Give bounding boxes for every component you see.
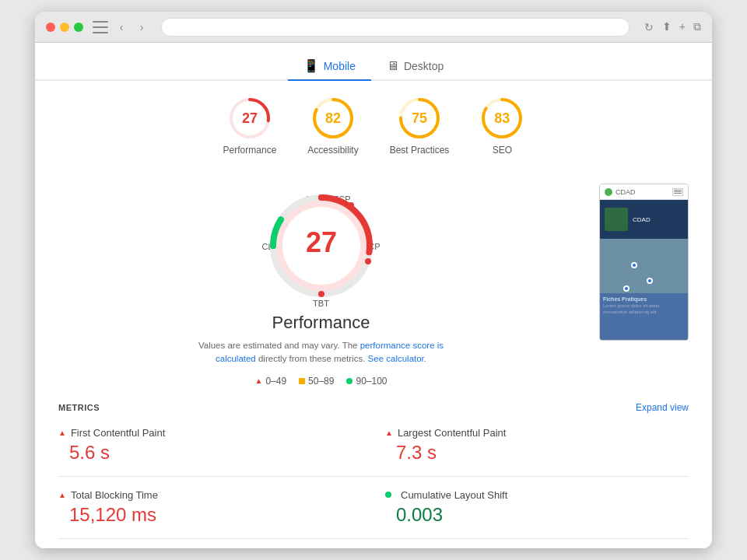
minimize-button[interactable]	[60, 23, 69, 32]
performance-label: Performance	[223, 145, 277, 156]
screenshot-header-area: CDAD	[600, 200, 688, 239]
favicon-icon	[605, 188, 612, 196]
svg-text:27: 27	[305, 226, 336, 258]
traffic-lights	[46, 23, 83, 32]
svg-point-12	[318, 194, 324, 201]
performance-section: SI FCP CLS LCP TBT	[35, 168, 712, 402]
browser-actions: ⬆ + ⧉	[662, 20, 701, 33]
legend-fail-label: 0–49	[265, 376, 286, 387]
gauge-container: SI FCP CLS LCP TBT	[259, 184, 384, 308]
calculator-link[interactable]: See calculator.	[368, 354, 426, 363]
score-circle-accessibility: 82	[311, 96, 355, 140]
metrics-header: METRICS Expand view	[58, 402, 689, 416]
screenshot-footer: Fiches Pratiques Lorem ipsum dolor sit a…	[600, 293, 688, 340]
tab-desktop-label: Desktop	[404, 60, 444, 72]
forward-button[interactable]: ›	[135, 20, 149, 34]
gauge-svg: 27	[259, 184, 384, 308]
best-practices-score: 75	[412, 110, 427, 127]
svg-point-13	[348, 202, 354, 208]
mobile-icon: 📱	[303, 58, 319, 73]
ss-footer-title: Fiches Pratiques	[603, 296, 685, 302]
reload-button[interactable]: ↻	[642, 20, 656, 34]
map-dot-1	[631, 262, 637, 268]
score-best-practices[interactable]: 75 Best Practices	[390, 96, 450, 156]
metric-lcp-name: Largest Contentful Paint	[398, 427, 506, 439]
metric-cls-name: Cumulative Layout Shift	[401, 489, 507, 501]
back-button[interactable]: ‹	[114, 20, 128, 34]
tab-mobile-label: Mobile	[324, 60, 356, 72]
svg-point-16	[318, 291, 324, 297]
accessibility-label: Accessibility	[307, 145, 358, 156]
tab-desktop[interactable]: 🖥 Desktop	[371, 52, 459, 81]
metric-tbt-label-row: ▲ Total Blocking Time	[58, 489, 362, 501]
score-performance[interactable]: 27 Performance	[223, 96, 277, 156]
score-accessibility[interactable]: 82 Accessibility	[307, 96, 358, 156]
screenshot-header: CDAD	[600, 184, 688, 200]
expand-view-button[interactable]: Expand view	[636, 402, 689, 413]
scores-row: 27 Performance 82 Accessibility	[35, 81, 712, 168]
desktop-icon: 🖥	[387, 59, 399, 73]
ss-logo	[605, 208, 628, 231]
metric-tbt-name: Total Blocking Time	[71, 489, 158, 501]
metric-lcp-value: 7.3 s	[385, 442, 689, 464]
ss-footer-text: Lorem ipsum dolor sit amet consectetur a…	[603, 303, 685, 316]
screenshot-frame: CDAD CDAD	[599, 184, 689, 341]
legend-pass: 90–100	[346, 376, 387, 387]
metric-cls-indicator	[385, 492, 391, 498]
page-content: 📱 Mobile 🖥 Desktop 27 Performance	[35, 43, 712, 548]
share-icon[interactable]: ⬆	[662, 20, 672, 33]
tabs-bar: 📱 Mobile 🖥 Desktop	[35, 43, 712, 81]
map-dot-2	[647, 278, 653, 284]
sidebar-toggle-icon[interactable]	[93, 21, 108, 33]
best-practices-label: Best Practices	[390, 145, 450, 156]
metrics-section: METRICS Expand view ▲ First Contentful P…	[35, 402, 712, 549]
legend-fail: ▲ 0–49	[254, 376, 286, 387]
metric-tbt-indicator: ▲	[58, 491, 66, 499]
screenshot-body: CDAD Fiches Pratiques Lorem ip	[600, 200, 688, 340]
metric-divider-2	[58, 538, 689, 539]
svg-point-15	[365, 258, 371, 264]
accessibility-score: 82	[325, 110, 341, 127]
metric-lcp: ▲ Largest Contentful Paint 7.3 s	[385, 427, 689, 464]
desc-text-before: Values are estimated and may vary. The	[198, 341, 360, 350]
performance-description: Values are estimated and may vary. The p…	[189, 339, 454, 366]
metric-fcp-name: First Contentful Paint	[71, 427, 165, 439]
score-circle-best-practices: 75	[398, 96, 441, 140]
score-circle-performance: 27	[228, 96, 272, 140]
metric-fcp-indicator: ▲	[58, 429, 66, 437]
more-icon[interactable]: ⧉	[693, 20, 701, 33]
metric-cls: Cumulative Layout Shift 0.003	[385, 489, 689, 526]
map-dot-3	[623, 285, 630, 292]
metric-tbt: ▲ Total Blocking Time 15,120 ms	[58, 489, 362, 526]
metric-lcp-indicator: ▲	[385, 429, 393, 437]
metric-lcp-label-row: ▲ Largest Contentful Paint	[385, 427, 689, 439]
address-bar[interactable]	[161, 18, 630, 37]
maximize-button[interactable]	[74, 23, 83, 32]
performance-chart-area: SI FCP CLS LCP TBT	[58, 184, 584, 387]
metric-fcp: ▲ First Contentful Paint 5.6 s	[58, 427, 362, 464]
legend-average-label: 50–89	[308, 376, 334, 387]
performance-title: Performance	[272, 313, 370, 333]
score-seo[interactable]: 83 SEO	[480, 96, 524, 156]
tab-mobile[interactable]: 📱 Mobile	[288, 52, 371, 81]
browser-window: ‹ › ↻ ⬆ + ⧉ 📱 Mobile 🖥 Desktop	[35, 12, 712, 548]
metric-fcp-value: 5.6 s	[58, 442, 362, 464]
close-button[interactable]	[46, 23, 55, 32]
metric-cls-label-row: Cumulative Layout Shift	[385, 489, 689, 501]
legend-pass-label: 90–100	[356, 376, 387, 387]
legend-average: 50–89	[299, 376, 334, 387]
seo-score: 83	[494, 110, 510, 127]
metrics-grid: ▲ First Contentful Paint 5.6 s ▲ Largest…	[58, 427, 689, 549]
site-name: CDAD	[615, 188, 636, 196]
browser-titlebar: ‹ › ↻ ⬆ + ⧉	[35, 12, 712, 43]
metrics-title: METRICS	[58, 403, 100, 412]
svg-point-14	[270, 243, 276, 249]
seo-label: SEO	[493, 145, 512, 156]
score-legend: ▲ 0–49 50–89 90–100	[254, 376, 387, 387]
metric-cls-value: 0.003	[385, 504, 689, 526]
metric-tbt-value: 15,120 ms	[58, 504, 362, 526]
desc-text-mid: directly from these metrics.	[256, 354, 368, 363]
menu-icon	[672, 188, 683, 196]
ss-title: CDAD	[633, 216, 651, 223]
add-tab-icon[interactable]: +	[679, 20, 686, 33]
